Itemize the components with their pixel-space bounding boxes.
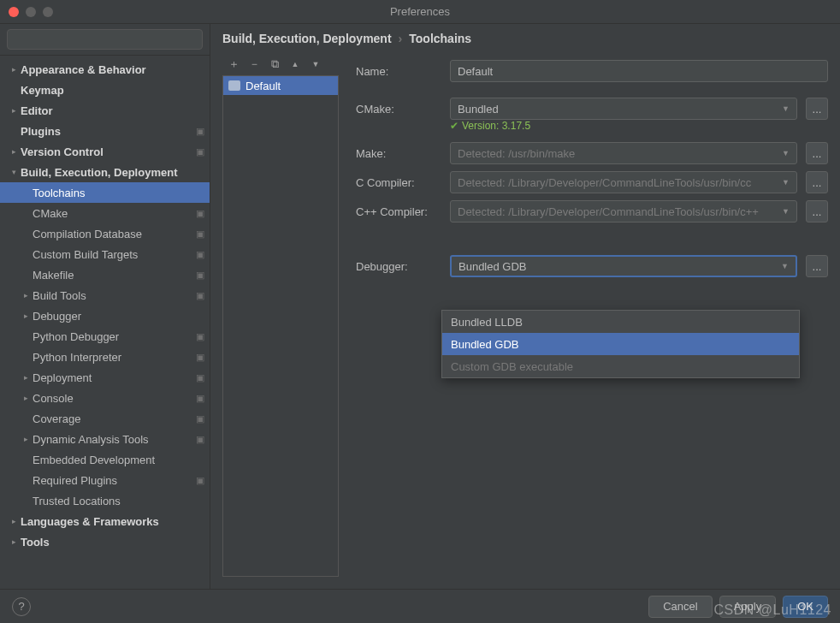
ok-button[interactable]: OK (783, 596, 828, 618)
cmake-version: Version: 3.17.5 (462, 120, 530, 132)
make-browse-button[interactable]: ... (806, 142, 828, 164)
sidebar-item[interactable]: Compilation Database▣ (0, 223, 210, 244)
sidebar-item[interactable]: Toolchains (0, 182, 210, 203)
sidebar-item[interactable]: Plugins▣ (0, 121, 210, 141)
dropdown-option[interactable]: Bundled LLDB (442, 311, 799, 333)
remove-button[interactable]: － (246, 56, 262, 72)
cmake-value: Bundled (458, 103, 499, 116)
cppcompiler-browse-button[interactable]: ... (806, 200, 828, 222)
sidebar-item-label: Debugger (33, 310, 204, 323)
chevron-down-icon: ▼ (782, 178, 790, 187)
breadcrumb-part: Toolchains (409, 32, 471, 45)
sidebar-item-label: Console (33, 392, 196, 405)
chevron-down-icon: ▼ (782, 104, 790, 113)
sidebar-item[interactable]: ▸Build Tools▣ (0, 285, 210, 306)
debugger-label: Debugger: (356, 260, 441, 273)
sidebar-item-label: Required Plugins (33, 474, 196, 487)
make-select[interactable]: Detected: /usr/bin/make ▼ (450, 142, 797, 164)
sidebar-item-label: Plugins (21, 125, 196, 138)
sidebar-item[interactable]: ▸Version Control▣ (0, 141, 210, 162)
sidebar-item[interactable]: Python Interpreter▣ (0, 347, 210, 367)
cppcompiler-select[interactable]: Detected: /Library/Developer/CommandLine… (450, 200, 797, 222)
sidebar-item-label: Tools (21, 536, 204, 549)
sidebar-item[interactable]: ▸Appearance & Behavior (0, 59, 210, 80)
sidebar-item[interactable]: Embedded Development (0, 449, 210, 470)
move-down-button[interactable]: ▼ (308, 60, 323, 68)
sidebar-item[interactable]: Custom Build Targets▣ (0, 244, 210, 264)
search-input[interactable] (7, 29, 203, 50)
name-value: Default (458, 65, 493, 78)
sidebar-item[interactable]: ▸Deployment▣ (0, 367, 210, 388)
sidebar-item-label: Toolchains (33, 187, 204, 199)
ccompiler-label: C Compiler: (356, 176, 441, 189)
chevron-down-icon: ▼ (781, 262, 789, 270)
debugger-browse-button[interactable]: ... (806, 255, 828, 277)
chevron-right-icon: ▸ (19, 435, 33, 443)
cmake-select[interactable]: Bundled ▼ (450, 98, 797, 120)
sidebar-item-label: Custom Build Targets (33, 248, 196, 261)
sidebar-item-label: Build, Execution, Deployment (21, 166, 204, 179)
sidebar-item[interactable]: Required Plugins▣ (0, 470, 210, 490)
debugger-select[interactable]: Bundled GDB ▼ (450, 255, 797, 277)
sidebar-item-label: Deployment (33, 371, 196, 384)
help-button[interactable]: ? (12, 597, 31, 616)
sidebar-item[interactable]: Trusted Locations (0, 490, 210, 511)
toolchain-icon (228, 80, 240, 91)
sidebar-item-label: Version Control (21, 145, 196, 158)
apply-button[interactable]: Apply (719, 596, 777, 618)
content-pane: Build, Execution, Deployment › Toolchain… (210, 24, 840, 589)
cmake-version-row: ✔ Version: 3.17.5 (356, 120, 828, 132)
toolchain-list[interactable]: Default (222, 75, 339, 577)
project-icon: ▣ (196, 331, 204, 342)
chevron-right-icon: ▸ (7, 517, 21, 525)
sidebar-item[interactable]: ▸Debugger (0, 306, 210, 326)
sidebar-item[interactable]: ▸Tools (0, 531, 210, 552)
list-item-label: Default (245, 80, 281, 92)
name-field[interactable]: Default (450, 60, 828, 82)
sidebar-item[interactable]: ▸Editor (0, 100, 210, 121)
breadcrumb-part: Build, Execution, Deployment (222, 32, 392, 45)
debugger-value: Bundled GDB (458, 260, 527, 273)
sidebar-item-label: Python Debugger (33, 330, 196, 343)
ccompiler-select[interactable]: Detected: /Library/Developer/CommandLine… (450, 171, 797, 193)
chevron-down-icon: ▼ (782, 149, 790, 157)
project-icon: ▣ (196, 146, 204, 157)
chevron-right-icon: › (399, 32, 403, 45)
move-up-button[interactable]: ▲ (287, 60, 303, 68)
sidebar-item[interactable]: Python Debugger▣ (0, 326, 210, 347)
breadcrumb: Build, Execution, Deployment › Toolchain… (210, 24, 840, 53)
sidebar-item-label: CMake (33, 207, 196, 220)
sidebar-item[interactable]: Keymap (0, 80, 210, 100)
sidebar-item-label: Appearance & Behavior (21, 63, 204, 76)
sidebar-item[interactable]: ▸Dynamic Analysis Tools▣ (0, 429, 210, 449)
sidebar-item[interactable]: Makefile▣ (0, 264, 210, 285)
chevron-right-icon: ▸ (19, 394, 33, 402)
ccompiler-browse-button[interactable]: ... (806, 171, 828, 193)
chevron-right-icon: ▸ (19, 312, 33, 320)
window-title: Preferences (0, 5, 840, 18)
debugger-dropdown[interactable]: Bundled LLDBBundled GDBCustom GDB execut… (441, 310, 800, 378)
copy-button[interactable]: ⧉ (267, 57, 282, 71)
sidebar-item[interactable]: CMake▣ (0, 203, 210, 223)
cmake-browse-button[interactable]: ... (806, 98, 828, 120)
sidebar-item-label: Build Tools (33, 289, 196, 302)
ccompiler-value: Detected: /Library/Developer/CommandLine… (458, 176, 751, 189)
list-item[interactable]: Default (223, 76, 338, 95)
settings-tree: ▸Appearance & BehaviorKeymap▸EditorPlugi… (0, 56, 210, 589)
sidebar-item-label: Python Interpreter (33, 351, 196, 364)
sidebar-item[interactable]: ▸Languages & Frameworks (0, 511, 210, 531)
dropdown-option[interactable]: Bundled GDB (442, 333, 799, 355)
sidebar-item-label: Embedded Development (33, 454, 204, 466)
chevron-down-icon: ▾ (7, 168, 21, 176)
sidebar-item[interactable]: ▾Build, Execution, Deployment (0, 162, 210, 182)
cancel-button[interactable]: Cancel (648, 596, 712, 618)
add-button[interactable]: ＋ (226, 56, 241, 72)
toolchain-list-panel: ＋ － ⧉ ▲ ▼ Default (222, 53, 339, 577)
titlebar: Preferences (0, 0, 840, 24)
chevron-right-icon: ▸ (7, 147, 21, 156)
project-icon: ▣ (196, 290, 204, 301)
sidebar-item[interactable]: Coverage▣ (0, 408, 210, 429)
cppcompiler-label: C++ Compiler: (356, 205, 441, 218)
sidebar-item[interactable]: ▸Console▣ (0, 388, 210, 408)
chevron-down-icon: ▼ (782, 207, 790, 216)
